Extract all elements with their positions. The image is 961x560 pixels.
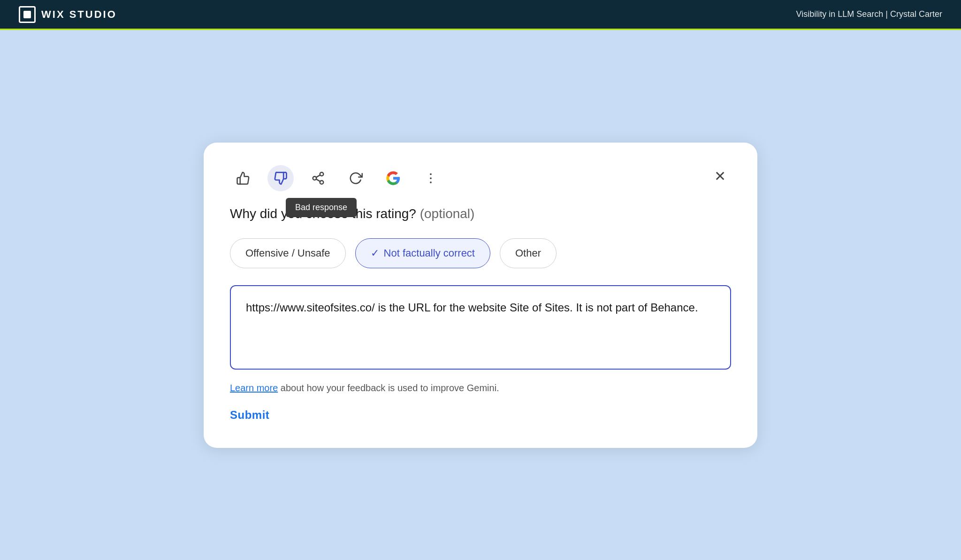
option-offensive-label: Offensive / Unsafe	[245, 247, 330, 259]
logo: WIX STUDIO	[19, 6, 117, 23]
submit-button[interactable]: Submit	[230, 409, 269, 422]
learn-more-body: about how your feedback is used to impro…	[281, 383, 499, 393]
learn-more-row: Learn more about how your feedback is us…	[230, 383, 731, 394]
more-options-button[interactable]	[418, 165, 444, 191]
svg-line-4	[316, 175, 320, 177]
refresh-button[interactable]	[343, 165, 369, 191]
option-not-factual[interactable]: ✓ Not factually correct	[355, 238, 490, 268]
feedback-textarea[interactable]: https://www.siteofsites.co/ is the URL f…	[230, 285, 731, 370]
dialog-card: Bad response ✕ Why did you choose this r…	[204, 143, 757, 448]
top-bar: WIX STUDIO Visibility in LLM Search | Cr…	[0, 0, 961, 30]
close-button[interactable]: ✕	[709, 165, 731, 188]
share-button[interactable]	[305, 165, 331, 191]
options-row: Offensive / Unsafe ✓ Not factually corre…	[230, 238, 731, 268]
svg-point-7	[430, 181, 432, 183]
logo-inner-square	[23, 11, 31, 18]
main-content: Bad response ✕ Why did you choose this r…	[0, 30, 961, 560]
learn-more-link[interactable]: Learn more	[230, 383, 278, 393]
thumbs-down-button[interactable]	[267, 165, 294, 191]
svg-point-5	[430, 173, 432, 175]
option-other[interactable]: Other	[500, 238, 557, 268]
bad-response-tooltip: Bad response	[286, 198, 357, 217]
rating-optional-label: (optional)	[420, 206, 475, 221]
toolbar-row	[230, 165, 731, 191]
logo-text: WIX STUDIO	[41, 8, 117, 21]
svg-line-3	[316, 179, 320, 181]
top-bar-title: Visibility in LLM Search | Crystal Carte…	[796, 9, 942, 19]
option-other-label: Other	[515, 247, 541, 259]
check-icon: ✓	[371, 247, 379, 259]
option-not-factual-label: Not factually correct	[384, 247, 475, 259]
option-offensive[interactable]: Offensive / Unsafe	[230, 238, 346, 268]
google-button[interactable]	[380, 165, 406, 191]
svg-point-6	[430, 177, 432, 179]
logo-icon	[19, 6, 36, 23]
thumbs-up-button[interactable]	[230, 165, 256, 191]
